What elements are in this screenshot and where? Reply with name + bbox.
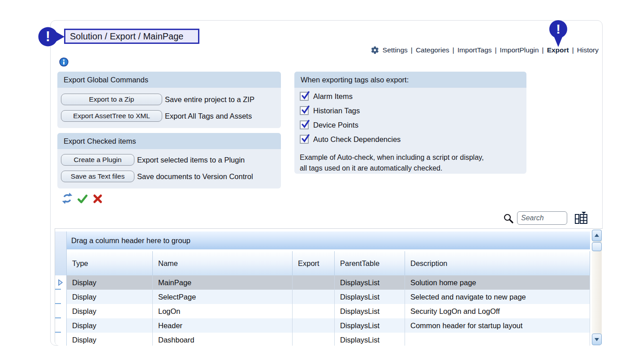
exclamation-balloon-left: ! [37, 25, 65, 48]
tab-separator: | [572, 46, 574, 54]
tab-export[interactable]: Export [547, 46, 569, 54]
checkbox[interactable] [300, 135, 309, 144]
button-description: Export selected items to a Plugin [137, 156, 245, 164]
column-header-parenttable[interactable]: ParentTable [335, 251, 405, 275]
settings-gear-icon [371, 46, 379, 55]
triangle-down-icon [595, 338, 599, 341]
table-row[interactable]: Display Header DisplaysList Common heade… [55, 318, 590, 333]
button-description: Save entire project to a ZIP [165, 95, 254, 104]
tab-separator: | [411, 46, 413, 54]
cell-name: SelectPage [153, 290, 293, 304]
export-assettree-to-xml-button[interactable]: Export AssetTree to XML [61, 110, 162, 122]
check-icon [301, 91, 310, 101]
table-row[interactable]: Display MainPage DisplaysList Solution h… [55, 275, 590, 290]
scroll-up-button[interactable] [592, 230, 602, 241]
save-as-text-files-button[interactable]: Save as Text files [61, 171, 134, 182]
vertical-scrollbar [592, 230, 602, 345]
table-row[interactable]: Display LogOn DisplaysList Security LogO… [55, 304, 590, 318]
button-description: Save documents to Version Control [137, 172, 253, 181]
cell-export [293, 304, 335, 318]
note-line: Example of Auto-check, when including a … [300, 152, 484, 163]
table-row[interactable]: Display SelectPage DisplaysList Selected… [55, 290, 590, 304]
checkbox-device-points[interactable]: Device Points [300, 120, 358, 130]
button-description: Export All Tags and Assets [165, 112, 252, 120]
panel-export-checked-items: Export Checked items Create a Plugin Exp… [57, 133, 281, 188]
checkbox[interactable] [300, 106, 309, 115]
tab-separator: | [495, 46, 497, 54]
cell-export [293, 333, 335, 346]
cell-name: LogOn [153, 304, 293, 318]
tab-settings[interactable]: Settings [383, 46, 408, 54]
cell-description: Solution home page [405, 275, 590, 290]
checkbox[interactable] [300, 92, 309, 101]
checkbox-label: Device Points [313, 121, 358, 129]
tab-bar: Settings | Categories | ImportTags | Imp… [371, 45, 599, 56]
scrollbar-thumb[interactable] [592, 242, 602, 251]
cancel-x-icon[interactable] [93, 194, 103, 204]
checkbox[interactable] [300, 120, 309, 129]
create-a-plugin-button[interactable]: Create a Plugin [61, 154, 134, 166]
refresh-icon[interactable] [61, 193, 73, 204]
column-header-name[interactable]: Name [153, 251, 293, 275]
auto-check-note: Example of Auto-check, when including a … [300, 152, 484, 174]
column-header-type[interactable]: Type [67, 251, 153, 275]
cell-description: Security LogOn and LogOff [405, 304, 590, 318]
exclamation-balloon-right: ! [548, 20, 568, 47]
grid-rows: Display MainPage DisplaysList Solution h… [55, 275, 590, 346]
tab-importplugin[interactable]: ImportPlugin [500, 46, 539, 54]
row-indicator-cell [55, 275, 67, 290]
scroll-down-button[interactable] [592, 334, 602, 345]
grid-header-row: Type Name Export ParentTable Description [67, 251, 590, 275]
cell-description: Common header for startup layout [405, 318, 590, 333]
tab-history[interactable]: History [577, 46, 599, 54]
exclamation-icon: ! [46, 29, 50, 44]
row-indicator-cell [55, 333, 67, 346]
search-input[interactable] [517, 211, 567, 225]
breadcrumb: Solution / Export / MainPage [64, 29, 199, 44]
checkbox-label: Auto Check Dependencies [313, 135, 401, 144]
checkbox-historian-tags[interactable]: Historian Tags [300, 106, 360, 116]
export-to-zip-button[interactable]: Export to a Zip [61, 94, 162, 105]
column-header-description[interactable]: Description [405, 251, 590, 275]
export-page: Solution / Export / MainPage ! ! Setting… [0, 0, 638, 364]
cell-parenttable: DisplaysList [335, 304, 405, 318]
check-icon [301, 105, 310, 115]
cell-parenttable: DisplaysList [335, 333, 405, 346]
column-chooser-icon[interactable] [574, 210, 588, 225]
checkbox-alarm-items[interactable]: Alarm Items [300, 91, 353, 101]
panel-title: When exporting tags also export: [294, 72, 526, 88]
checkbox-auto-check-dependencies[interactable]: Auto Check Dependencies [300, 134, 401, 144]
row-indicator-cell [55, 290, 67, 304]
cell-name: Header [153, 318, 293, 333]
info-icon[interactable] [59, 57, 69, 67]
row-indicator-cell [55, 304, 67, 318]
column-header-export[interactable]: Export [293, 251, 335, 275]
check-icon [301, 120, 310, 129]
grid-gutter [55, 231, 67, 275]
group-by-band[interactable]: Drag a column header here to group [67, 231, 590, 249]
cell-type: Display [67, 318, 153, 333]
items-grid: Drag a column header here to group Type … [55, 228, 603, 346]
cell-parenttable: DisplaysList [335, 290, 405, 304]
panel-title: Export Checked items [57, 133, 281, 149]
tab-separator: | [542, 46, 544, 54]
tab-categories[interactable]: Categories [416, 46, 449, 54]
panel-title: Export Global Commands [57, 72, 281, 88]
cell-type: Display [67, 275, 153, 290]
table-row[interactable]: Display Dashboard DisplaysList [55, 333, 590, 346]
cell-export [293, 275, 335, 290]
cell-parenttable: DisplaysList [335, 318, 405, 333]
cell-description: Selected and navigate to new page [405, 290, 590, 304]
tab-separator: | [453, 46, 454, 54]
cell-parenttable: DisplaysList [335, 275, 405, 290]
tab-importtags[interactable]: ImportTags [457, 46, 492, 54]
apply-check-icon[interactable] [77, 193, 88, 204]
check-icon [301, 134, 310, 144]
panel-tag-options: When exporting tags also export: Alarm I… [294, 72, 526, 174]
cell-name: Dashboard [153, 333, 293, 346]
cell-description [405, 333, 590, 346]
cell-type: Display [67, 304, 153, 318]
cell-export [293, 318, 335, 333]
exclamation-icon: ! [556, 22, 560, 36]
checkbox-label: Alarm Items [313, 92, 353, 101]
